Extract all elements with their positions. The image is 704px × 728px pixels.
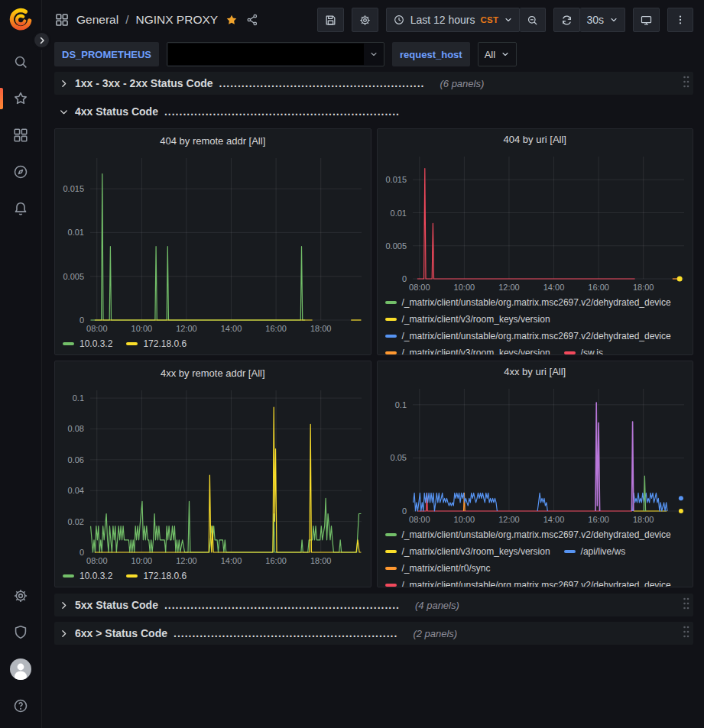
refresh-button[interactable] — [553, 8, 580, 32]
sidebar-item-dashboards[interactable] — [0, 124, 41, 147]
panel-title[interactable]: 4xx by remote addr [All] — [55, 361, 371, 384]
variable-value-request-host[interactable]: All — [478, 42, 517, 66]
svg-text:16:00: 16:00 — [588, 515, 609, 524]
time-series-chart[interactable]: 08:0010:0012:0014:0016:0018:0000.020.040… — [55, 384, 371, 568]
panel-title[interactable]: 404 by remote addr [All] — [55, 129, 371, 152]
row-title-dots: ........................................… — [164, 599, 400, 611]
legend-label: 10.0.3.2 — [79, 338, 112, 350]
legend-swatch — [564, 550, 576, 553]
legend-item[interactable]: 10.0.3.2 — [63, 570, 112, 582]
panel-4xx-by-uri: 4xx by uri [All] 08:0010:0012:0014:0016:… — [377, 361, 694, 587]
timezone-label: CST — [481, 15, 499, 24]
svg-text:12:00: 12:00 — [176, 556, 197, 565]
legend-item[interactable]: /_matrix/client/unstable/org.matrix.msc2… — [385, 529, 671, 541]
sidebar-item-search[interactable] — [0, 50, 41, 73]
svg-text:18:00: 18:00 — [310, 556, 332, 565]
svg-text:12:00: 12:00 — [498, 515, 520, 524]
legend-item[interactable]: /_matrix/client/v3/room_keys/version — [385, 545, 550, 558]
tv-mode-icon — [640, 14, 653, 27]
save-dashboard-button[interactable] — [317, 8, 344, 32]
svg-text:0.05: 0.05 — [390, 453, 406, 462]
refresh-interval-picker[interactable]: 30s — [580, 8, 625, 32]
share-icon[interactable] — [245, 13, 259, 27]
legend-item[interactable]: /_matrix/client/unstable/org.matrix.msc2… — [385, 330, 671, 342]
time-series-chart[interactable]: 08:0010:0012:0014:0016:0018:0000.0050.01… — [55, 152, 371, 335]
panel-title[interactable]: 404 by uri [All] — [378, 129, 693, 150]
variable-value-ds-prometheus[interactable] — [167, 42, 384, 66]
legend-label: /_matrix/client/v3/room_keys/version — [402, 347, 550, 354]
kebab-menu-button[interactable] — [667, 8, 693, 32]
row-title-dots: ........................................… — [174, 627, 397, 639]
legend-item[interactable]: /_matrix/client/unstable/org.matrix.msc2… — [385, 296, 671, 309]
time-range-picker[interactable]: Last 12 hours CST — [386, 8, 521, 32]
sidebar-item-starred[interactable] — [0, 87, 41, 110]
svg-text:0.02: 0.02 — [68, 517, 84, 526]
svg-text:08:00: 08:00 — [86, 556, 108, 565]
dashboard-row-6xx[interactable]: 6xx > Status Code ......................… — [54, 622, 693, 645]
dashboard-row-1xx-3xx-2xx[interactable]: 1xx - 3xx - 2xx Status Code ............… — [54, 72, 693, 95]
breadcrumb-section[interactable]: General — [76, 13, 118, 27]
svg-text:0.1: 0.1 — [73, 393, 84, 403]
grafana-logo[interactable] — [8, 8, 34, 34]
dashboard-row-5xx[interactable]: 5xx Status Code ........................… — [54, 594, 693, 616]
sidebar-item-configuration[interactable] — [0, 584, 41, 607]
legend-item[interactable]: /_matrix/client/v3/room_keys/version — [385, 347, 550, 354]
time-series-chart[interactable]: 08:0010:0012:0014:0016:0018:0000.0050.01… — [378, 150, 693, 294]
legend-swatch — [385, 533, 397, 536]
legend-swatch — [385, 335, 397, 338]
chevron-right-icon — [59, 79, 69, 89]
legend-item[interactable]: 10.0.3.2 — [63, 338, 112, 350]
tv-mode-button[interactable] — [633, 8, 660, 32]
panel-title[interactable]: 4xx by uri [All] — [378, 361, 693, 383]
svg-text:10:00: 10:00 — [131, 324, 153, 333]
time-series-chart[interactable]: 08:0010:0012:0014:0016:0018:0000.050.1 — [378, 383, 693, 526]
explore-compass-icon — [12, 163, 29, 180]
avatar — [9, 658, 32, 681]
sidebar-item-profile[interactable] — [0, 658, 41, 681]
dashboard-settings-button[interactable] — [352, 8, 378, 32]
legend-item[interactable]: 172.18.0.6 — [126, 338, 187, 350]
favorite-star-icon[interactable] — [225, 13, 238, 27]
dashboard-row-4xx[interactable]: 4xx Status Code ........................… — [54, 101, 693, 122]
zoom-out-time-button[interactable] — [520, 8, 546, 32]
sidebar-expand-button[interactable] — [32, 31, 51, 50]
sidebar-item-alerting[interactable] — [0, 197, 41, 220]
sidebar-item-server-admin[interactable] — [0, 621, 41, 644]
legend-item[interactable]: /api/live/ws — [564, 545, 626, 558]
header-actions: Last 12 hours CST 30s — [317, 8, 693, 32]
svg-text:0.1: 0.1 — [394, 400, 406, 409]
chart-legend: 10.0.3.2172.18.0.6 — [55, 335, 371, 350]
legend-item[interactable]: /_matrix/client/v3/room_keys/version — [385, 313, 550, 325]
legend-item[interactable]: /_matrix/client/r0/sync — [385, 562, 491, 574]
svg-text:0: 0 — [401, 274, 406, 283]
time-controls: Last 12 hours CST — [386, 8, 547, 32]
drag-handle-icon[interactable] — [682, 75, 690, 92]
drag-handle-icon[interactable] — [682, 625, 690, 642]
legend-swatch — [385, 567, 397, 570]
alerting-bell-icon — [12, 200, 29, 217]
save-icon — [324, 14, 337, 27]
legend-label: /sw.js — [581, 347, 603, 354]
legend-item[interactable]: 172.18.0.6 — [126, 570, 187, 582]
svg-text:14:00: 14:00 — [221, 324, 242, 333]
legend-item[interactable]: /_matrix/client/unstable/org.matrix.msc2… — [385, 579, 671, 587]
sidebar-item-explore[interactable] — [0, 160, 41, 183]
svg-text:0.01: 0.01 — [390, 208, 406, 217]
drag-handle-icon[interactable] — [682, 597, 690, 614]
legend-label: /api/live/ws — [581, 545, 626, 558]
svg-text:0.015: 0.015 — [63, 184, 84, 193]
variable-value-text: All — [485, 49, 495, 60]
legend-swatch — [385, 584, 397, 587]
legend-label: /_matrix/client/unstable/org.matrix.msc2… — [402, 529, 671, 541]
sidebar-item-help[interactable] — [0, 694, 41, 717]
breadcrumb-dashboard-title[interactable]: NGINX PROXY — [135, 13, 218, 27]
chevron-right-icon — [59, 629, 69, 639]
legend-label: /_matrix/client/r0/sync — [402, 562, 491, 574]
dashboard-header: General / NGINX PROXY — [42, 0, 704, 40]
svg-text:18:00: 18:00 — [632, 515, 654, 524]
row-panel-count: (4 panels) — [415, 600, 459, 611]
legend-item[interactable]: /sw.js — [564, 347, 603, 354]
chevron-right-icon — [37, 36, 47, 45]
zoom-out-icon — [526, 14, 539, 27]
chart-legend: 10.0.3.2172.18.0.6 — [55, 568, 371, 582]
